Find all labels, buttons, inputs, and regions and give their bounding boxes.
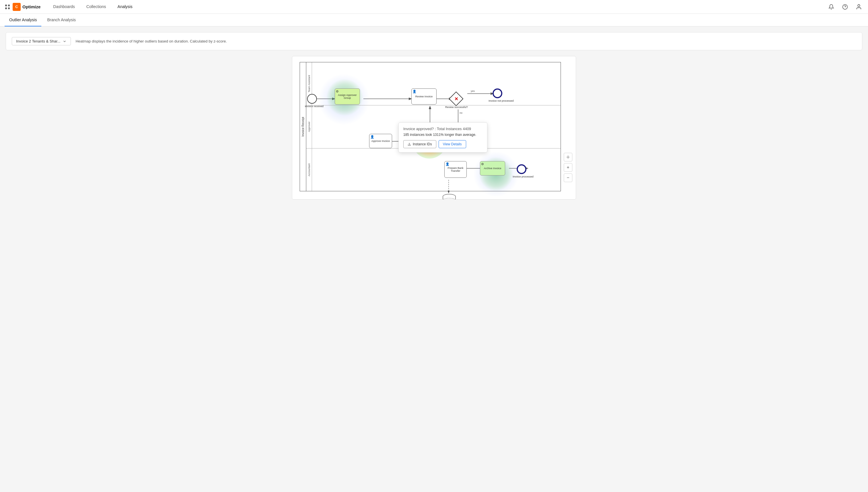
tooltip-actions: Instance IDs View Details bbox=[403, 140, 482, 148]
zoom-in-button[interactable]: + bbox=[564, 163, 572, 172]
top-nav: C Optimize Dashboards Collections Analys… bbox=[0, 0, 868, 14]
gear2-icon: ⚙ bbox=[481, 162, 484, 166]
task-approve-invoice[interactable]: Approve Invoice 👤 bbox=[369, 134, 392, 148]
gear-icon: ⚙ bbox=[336, 90, 339, 93]
svg-point-6 bbox=[858, 4, 860, 6]
task-assign-approver[interactable]: Assign Approver Group ⚙ bbox=[335, 89, 360, 104]
user2-icon: 👤 bbox=[370, 135, 374, 139]
tooltip-popup: Invoice approved? : Total Instances 4409… bbox=[398, 122, 488, 152]
tooltip-title: Invoice approved? : Total Instances 4409 bbox=[403, 127, 482, 131]
notifications-button[interactable] bbox=[827, 2, 836, 11]
svg-rect-1 bbox=[8, 5, 10, 6]
task-prepare-bank-label: Prepare Bank Transfer bbox=[446, 167, 465, 172]
nav-tab-dashboards[interactable]: Dashboards bbox=[47, 0, 81, 14]
bpmn-diagram: yes yes no Invoice Receipt Team Assist bbox=[292, 56, 576, 200]
task-archive-invoice[interactable]: Archive Invoice ⚙ bbox=[480, 161, 505, 175]
svg-rect-0 bbox=[5, 5, 7, 6]
download-icon bbox=[407, 143, 411, 146]
pool-label: Invoice Receipt bbox=[300, 62, 306, 191]
brand-logo: C bbox=[12, 3, 21, 11]
lane-label-accountant: Accountant bbox=[306, 148, 312, 192]
task-review-invoice-label: Review Invoice bbox=[415, 95, 433, 98]
view-details-label: View Details bbox=[443, 142, 462, 146]
brand-name: Optimize bbox=[22, 4, 41, 9]
data-store: Financial Accounting System bbox=[439, 193, 459, 200]
lane-label-approver: Approver bbox=[306, 105, 312, 148]
start-event-label: Invoice received bbox=[305, 105, 319, 108]
instance-ids-label: Instance IDs bbox=[413, 142, 432, 146]
end-event-not-processed[interactable]: Invoice not processed bbox=[493, 89, 502, 98]
svg-rect-3 bbox=[8, 7, 10, 9]
view-details-button[interactable]: View Details bbox=[439, 140, 466, 148]
app-grid-icon[interactable] bbox=[5, 4, 10, 10]
end-not-processed-label: Invoice not processed bbox=[489, 99, 506, 102]
heatmap-description: Heatmap displays the incidence of higher… bbox=[76, 39, 227, 43]
start-event[interactable]: Invoice received bbox=[307, 94, 317, 104]
task-review-invoice[interactable]: Review Invoice 👤 bbox=[411, 89, 437, 104]
process-dropdown[interactable]: Invoice 2 Tenants & Shar... bbox=[12, 37, 71, 45]
database-icon bbox=[442, 193, 457, 200]
content: Invoice 2 Tenants & Shar... Heatmap disp… bbox=[0, 26, 868, 205]
sub-tab-branch[interactable]: Branch Analysis bbox=[43, 14, 80, 26]
end-event-processed[interactable]: Invoice processed bbox=[517, 164, 526, 174]
svg-point-27 bbox=[568, 156, 569, 158]
nav-tabs: Dashboards Collections Analysis bbox=[47, 0, 138, 14]
recenter-button[interactable] bbox=[564, 153, 572, 162]
tooltip-body: 185 instances took 1311% longer than ave… bbox=[403, 133, 482, 137]
task-assign-approver-label: Assign Approver Group bbox=[336, 94, 359, 99]
tooltip-stats: : Total Instances 4409 bbox=[434, 127, 471, 131]
end-processed-label: Invoice processed bbox=[512, 175, 530, 178]
process-dropdown-label: Invoice 2 Tenants & Shar... bbox=[16, 39, 60, 43]
help-button[interactable] bbox=[840, 2, 850, 11]
user-button[interactable] bbox=[854, 2, 863, 11]
sub-tab-outlier[interactable]: Outlier Analysis bbox=[5, 14, 41, 26]
zoom-controls: + − bbox=[564, 153, 572, 182]
heatmap-bar: Invoice 2 Tenants & Shar... Heatmap disp… bbox=[6, 32, 862, 50]
user3-icon: 👤 bbox=[446, 162, 449, 166]
user-icon: 👤 bbox=[413, 90, 417, 93]
nav-right bbox=[827, 2, 863, 11]
instance-ids-button[interactable]: Instance IDs bbox=[403, 140, 436, 148]
zoom-out-button[interactable]: − bbox=[564, 173, 572, 182]
nav-tab-analysis[interactable]: Analysis bbox=[112, 0, 138, 14]
task-archive-invoice-label: Archive Invoice bbox=[484, 167, 501, 170]
gateway-review-label: Review successful? bbox=[445, 106, 467, 108]
sub-nav: Outlier Analysis Branch Analysis bbox=[0, 14, 868, 26]
task-prepare-bank[interactable]: Prepare Bank Transfer 👤 bbox=[444, 161, 467, 178]
task-approve-invoice-label: Approve Invoice bbox=[371, 140, 390, 143]
svg-rect-2 bbox=[5, 7, 7, 9]
tooltip-element-name: Invoice approved? bbox=[403, 127, 434, 131]
nav-tab-collections[interactable]: Collections bbox=[81, 0, 112, 14]
gateway-review[interactable]: ✕ Review successful? bbox=[451, 94, 461, 104]
brand: C Optimize bbox=[12, 3, 41, 11]
